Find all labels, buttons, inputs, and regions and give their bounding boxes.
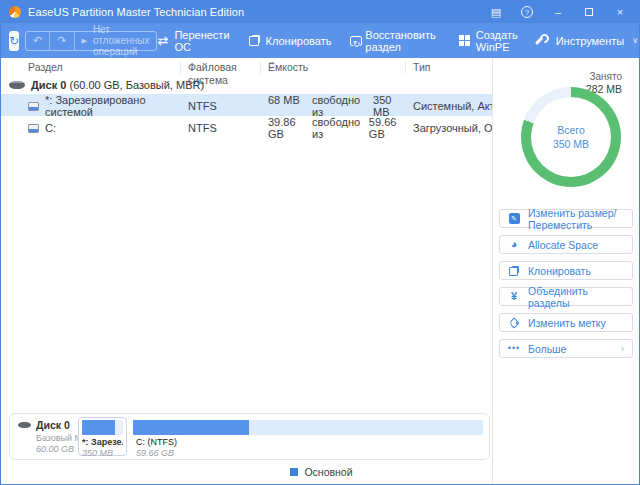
table-header: Раздел Файловая система Ёмкость Тип: [1, 60, 492, 75]
window-controls: ▤ ? – ×: [485, 3, 631, 21]
winpe-icon: [459, 35, 470, 46]
used-space-bar: [82, 420, 115, 435]
pending-operations-group: ↶ ↷ ▶ Нет отложенных операций: [25, 31, 157, 51]
clone-partition-button[interactable]: Клонировать: [499, 261, 633, 280]
column-filesystem[interactable]: Файловая система: [181, 61, 261, 74]
partition-total: 59.66 GB: [369, 116, 406, 140]
refresh-button[interactable]: ↻: [9, 31, 19, 51]
chevron-down-icon: ∨: [632, 36, 638, 45]
used-space-bar: [133, 420, 249, 435]
sidebar-actions: ✎ Изменить размер/Переместить ◕ Allocate…: [493, 209, 639, 365]
clone-icon: [509, 266, 519, 276]
sidebar: Занято 282 MB Всего 350 MB ✎ Изменить ра…: [492, 58, 639, 484]
window-title: EaseUS Partition Master Technician Editi…: [28, 6, 244, 18]
column-partition[interactable]: Раздел: [1, 61, 181, 74]
partition-icon: [28, 124, 39, 133]
toolbar-actions: ⇄ Перенести ОС Клонировать Восстановить …: [157, 29, 638, 53]
allocate-space-icon: ◕: [511, 239, 518, 250]
disk-map: Диск 0 Базовый MBR 60.00 GB *: Зарезе...…: [9, 413, 490, 460]
redo-button[interactable]: ↷: [50, 32, 74, 50]
partition-filesystem: NTFS: [181, 100, 261, 112]
partition-panel: Раздел Файловая система Ёмкость Тип Диск…: [1, 58, 492, 484]
more-button[interactable]: ••• Больше ›: [499, 339, 633, 358]
partition-total: 350 MB: [373, 94, 406, 118]
partition-filesystem: NTFS: [181, 122, 261, 134]
help-icon[interactable]: ?: [516, 3, 538, 21]
partition-type: Системный, Активны...: [406, 100, 492, 112]
disk-icon: [9, 81, 25, 89]
minimize-button[interactable]: –: [547, 3, 569, 21]
table-row[interactable]: C: NTFS 39.86 GB свободно из 59.66 GB За…: [1, 116, 492, 138]
app-logo-icon: [9, 6, 21, 18]
legend: Основной: [1, 460, 492, 484]
toolbar: ↻ ↶ ↷ ▶ Нет отложенных операций ⇄ Перене…: [1, 23, 639, 58]
chevron-right-icon: ›: [621, 343, 624, 354]
tools-icon: [537, 34, 550, 47]
migrate-os-icon: ⇄: [157, 34, 168, 47]
disk-map-disk-info[interactable]: Диск 0 Базовый MBR 60.00 GB: [14, 417, 78, 456]
disk-map-partition-label: *: Зарезе...: [82, 437, 123, 447]
clone-icon: [249, 35, 260, 46]
recover-partition-button[interactable]: Восстановить раздел: [350, 29, 439, 53]
disk-icon: [18, 422, 31, 428]
recover-partition-icon: [350, 35, 359, 47]
change-label-button[interactable]: Изменить метку: [499, 313, 633, 332]
column-type[interactable]: Тип: [406, 61, 492, 74]
create-winpe-button[interactable]: Создать WinPE: [459, 29, 518, 53]
pending-operations-button[interactable]: ▶ Нет отложенных операций: [75, 32, 157, 50]
migrate-os-button[interactable]: ⇄ Перенести ОС: [157, 29, 229, 53]
free-of-label: свободно из: [312, 116, 362, 140]
partition-name: C:: [45, 122, 56, 134]
total-label: Всего: [557, 124, 585, 136]
maximize-button[interactable]: [578, 3, 600, 21]
disk-map-disk-size: 60.00 GB: [36, 444, 78, 454]
partition-free: 39.86 GB: [268, 116, 312, 140]
partition-name: *: Зарезервировано системой: [45, 94, 181, 118]
total-value: 350 MB: [553, 138, 589, 150]
column-capacity[interactable]: Ёмкость: [261, 61, 406, 74]
main-area: Раздел Файловая система Ёмкость Тип Диск…: [1, 58, 639, 484]
used-label: Занято: [589, 71, 622, 82]
disk-map-partition-size: 350 MB: [82, 448, 123, 458]
app-window: EaseUS Partition Master Technician Editi…: [0, 0, 640, 485]
partition-icon: [28, 102, 39, 111]
merge-partitions-button[interactable]: ¥ Объединить разделы: [499, 287, 633, 306]
partition-type: Загрузочный, Основн...: [406, 122, 492, 134]
pending-operations-label: Нет отложенных операций: [93, 24, 150, 57]
tools-button[interactable]: Инструменты ∨: [537, 34, 638, 47]
close-button[interactable]: ×: [609, 3, 631, 21]
allocate-space-button[interactable]: ◕ Allocate Space: [499, 235, 633, 254]
disk-map-partition[interactable]: C: (NTFS) 59.66 GB: [131, 417, 485, 456]
merge-partitions-icon: ¥: [511, 291, 517, 302]
disk-name: Диск 0: [31, 79, 66, 91]
more-icon: •••: [508, 344, 520, 353]
table-row[interactable]: *: Зарезервировано системой NTFS 68 MB с…: [1, 94, 492, 116]
usage-summary: Занято 282 MB Всего 350 MB: [493, 58, 639, 209]
resize-move-button[interactable]: ✎ Изменить размер/Переместить: [499, 209, 633, 228]
disk-map-disk-type: Базовый MBR: [36, 433, 80, 443]
disk-group-row[interactable]: Диск 0 (60.00 GB, Базовый, MBR): [1, 75, 492, 94]
undo-button[interactable]: ↶: [26, 32, 50, 50]
resize-move-icon: ✎: [509, 213, 520, 224]
primary-partition-swatch: [290, 468, 298, 476]
title-bar: EaseUS Partition Master Technician Editi…: [1, 1, 639, 23]
partition-free: 68 MB: [268, 94, 312, 118]
clone-button[interactable]: Клонировать: [249, 35, 332, 47]
disk-map-partition-size: 59.66 GB: [136, 448, 483, 458]
free-of-label: свободно из: [312, 94, 366, 118]
disk-map-disk-name: Диск 0: [36, 419, 70, 431]
menu-icon[interactable]: ▤: [485, 3, 507, 21]
disk-details: (60.00 GB, Базовый, MBR): [69, 79, 204, 91]
change-label-icon: [508, 317, 519, 328]
play-icon: ▶: [82, 37, 87, 45]
refresh-icon: ↻: [9, 34, 19, 48]
disk-map-partition-label: C: (NTFS): [136, 437, 483, 447]
disk-map-partition[interactable]: *: Зарезе... 350 MB: [78, 417, 127, 456]
legend-label: Основной: [304, 466, 352, 478]
